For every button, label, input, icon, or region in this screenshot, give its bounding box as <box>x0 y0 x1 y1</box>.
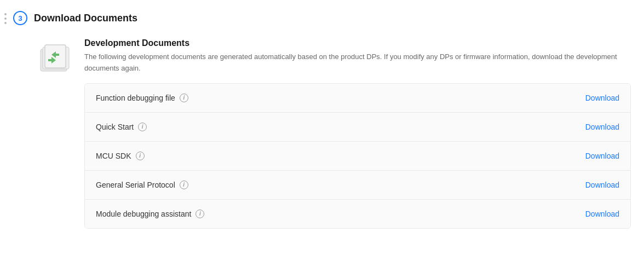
item-left-mcu-sdk: MCU SDKi <box>96 152 145 160</box>
item-left-quick-start: Quick Starti <box>96 123 147 131</box>
download-item-mcu-sdk: MCU SDKiDownload <box>85 142 630 171</box>
download-button-mcu-sdk[interactable]: Download <box>585 152 619 160</box>
page-container: 3 Download Documents Development Documen… <box>0 0 644 242</box>
info-icon-module-debugging[interactable]: i <box>196 210 204 218</box>
section-header: 3 Download Documents <box>13 11 631 25</box>
download-list: Function debugging fileiDownloadQuick St… <box>84 83 631 229</box>
download-item-quick-start: Quick StartiDownload <box>85 113 630 142</box>
item-label-quick-start: Quick Start <box>96 123 134 131</box>
item-label-mcu-sdk: MCU SDK <box>96 152 131 160</box>
section-title: Download Documents <box>34 13 137 24</box>
info-icon-mcu-sdk[interactable]: i <box>136 152 145 160</box>
item-left-function-debugging: Function debugging filei <box>96 94 188 102</box>
step-badge: 3 <box>13 11 27 25</box>
download-item-function-debugging: Function debugging fileiDownload <box>85 84 630 113</box>
item-label-function-debugging: Function debugging file <box>96 94 175 102</box>
download-item-general-serial: General Serial ProtocoliDownload <box>85 171 630 200</box>
content-body: Development Documents The following deve… <box>84 38 631 229</box>
doc-description: The following development documents are … <box>84 51 621 74</box>
document-icon <box>34 38 73 78</box>
download-button-module-debugging[interactable]: Download <box>585 210 619 218</box>
item-label-module-debugging: Module debugging assistant <box>96 210 191 218</box>
download-button-function-debugging[interactable]: Download <box>585 94 619 102</box>
item-label-general-serial: General Serial Protocol <box>96 181 175 189</box>
item-left-module-debugging: Module debugging assistanti <box>96 210 204 218</box>
content-area: Development Documents The following deve… <box>13 38 631 229</box>
item-left-general-serial: General Serial Protocoli <box>96 181 188 189</box>
download-button-quick-start[interactable]: Download <box>585 123 619 131</box>
step-number: 3 <box>18 14 22 22</box>
info-icon-function-debugging[interactable]: i <box>180 94 188 102</box>
info-icon-general-serial[interactable]: i <box>180 181 188 189</box>
doc-title: Development Documents <box>84 38 631 48</box>
download-item-module-debugging: Module debugging assistantiDownload <box>85 200 630 228</box>
download-button-general-serial[interactable]: Download <box>585 181 619 189</box>
info-icon-quick-start[interactable]: i <box>138 123 147 131</box>
